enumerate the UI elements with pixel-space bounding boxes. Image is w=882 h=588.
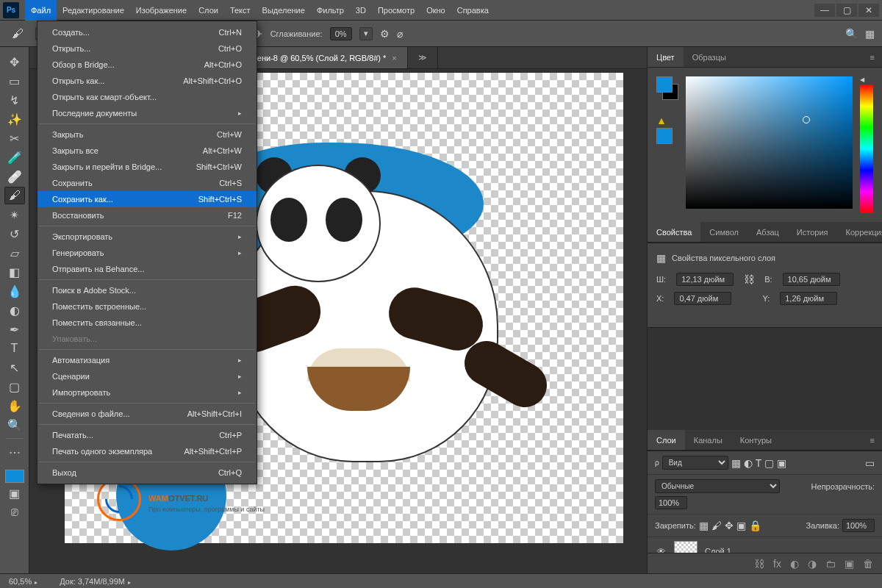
blur-tool-icon[interactable]: 💧	[4, 282, 25, 300]
smooth-settings-icon[interactable]: ⚙	[380, 28, 390, 40]
filter-shape-icon[interactable]: ▢	[764, 457, 774, 469]
doc-readout[interactable]: Док: 3,74M/8,99M	[60, 577, 131, 586]
width-input[interactable]: 12,13 дюйм	[676, 273, 734, 286]
file-menu-item[interactable]: Поместить встроенные...	[37, 298, 257, 315]
lasso-tool-icon[interactable]: ↯	[4, 91, 25, 109]
panel-menu-icon[interactable]: ≡	[863, 430, 882, 450]
brush-tool-icon[interactable]: 🖌	[4, 187, 25, 204]
file-menu-item[interactable]: Сценарии	[37, 368, 257, 384]
file-menu-item[interactable]: Печатать...Ctrl+P	[37, 427, 257, 443]
filter-toggle-icon[interactable]: ▭	[865, 457, 875, 469]
menu-файл[interactable]: Файл	[25, 0, 57, 21]
file-menu-item[interactable]: Открыть как смарт-объект...	[37, 89, 257, 105]
menu-справка[interactable]: Справка	[451, 0, 495, 21]
color-tab[interactable]: Цвет	[648, 47, 684, 67]
marquee-tool-icon[interactable]: ▭	[4, 72, 25, 90]
smooth-field[interactable]: 0%	[330, 27, 352, 40]
layers-tab[interactable]: Каналы	[685, 430, 731, 450]
properties-tab[interactable]: История	[788, 222, 837, 242]
stamp-tool-icon[interactable]: ✴	[4, 206, 25, 223]
new-layer-icon[interactable]: ▣	[845, 558, 854, 570]
file-menu-item[interactable]: Закрыть и перейти в Bridge...Shift+Ctrl+…	[37, 159, 257, 175]
file-menu-item[interactable]: Сохранить как...Shift+Ctrl+S	[37, 191, 257, 207]
screenmode-icon[interactable]: ⎚	[4, 503, 25, 521]
panel-menu-icon[interactable]: ≡	[863, 47, 882, 67]
file-menu-item[interactable]: Закрыть всеAlt+Ctrl+W	[37, 143, 257, 159]
file-menu-item[interactable]: Печать одного экземпляраAlt+Shift+Ctrl+P	[37, 443, 257, 459]
file-menu-item[interactable]: Последние документы	[37, 105, 257, 121]
layers-tab[interactable]: Контуры	[731, 430, 781, 450]
file-menu-item[interactable]: СохранитьCtrl+S	[37, 175, 257, 191]
layer-visibility-icon[interactable]: 👁	[655, 547, 667, 553]
foreground-swatch[interactable]	[5, 470, 24, 483]
search-icon[interactable]: 🔍	[845, 28, 858, 40]
patch-tool-icon[interactable]: 🩹	[4, 168, 25, 185]
color-swatches[interactable]: ▲	[656, 76, 678, 213]
smooth-arrow[interactable]: ▾	[359, 27, 373, 40]
filter-type-icon[interactable]: T	[756, 457, 762, 469]
y-input[interactable]: 1,26 дюйм	[780, 292, 837, 305]
layer-thumbnail[interactable]	[674, 541, 698, 553]
layer-fill-input[interactable]: 100%	[842, 519, 875, 532]
delete-layer-icon[interactable]: 🗑	[863, 558, 873, 570]
menu-фильтр[interactable]: Фильтр	[311, 0, 350, 21]
menu-просмотр[interactable]: Просмотр	[372, 0, 420, 21]
gradient-tool-icon[interactable]: ◧	[4, 263, 25, 281]
lock-transparent-icon[interactable]: ▦	[699, 520, 709, 531]
text-tool-icon[interactable]: T	[4, 340, 25, 357]
lock-all-icon[interactable]: 🔒	[749, 520, 761, 531]
filter-smart-icon[interactable]: ▣	[777, 457, 786, 469]
layers-tab[interactable]: Слои	[648, 430, 685, 450]
edit-toolbar-icon[interactable]: ⋯	[4, 443, 25, 461]
file-menu-item[interactable]: ЗакрытьCtrl+W	[37, 126, 257, 143]
quickmask-icon[interactable]: ▣	[4, 484, 25, 502]
layer-opacity-input[interactable]: 100%	[655, 496, 687, 509]
layer-row[interactable]: 👁Слой 1	[648, 537, 882, 553]
brush-preset-icon[interactable]: 🖌	[7, 25, 28, 43]
rectangle-tool-icon[interactable]: ▢	[4, 378, 25, 395]
lock-image-icon[interactable]: 🖌	[711, 520, 722, 531]
menu-выделение[interactable]: Выделение	[257, 0, 311, 21]
file-menu-item[interactable]: Открыть как...Alt+Shift+Ctrl+O	[37, 73, 257, 89]
pen-tool-icon[interactable]: ✒	[4, 320, 25, 338]
foreground-color[interactable]	[656, 76, 673, 93]
blend-mode-select[interactable]: Обычные	[655, 479, 780, 493]
hue-slider[interactable]	[860, 85, 873, 213]
window-close-button[interactable]: ✕	[858, 4, 879, 17]
properties-tab[interactable]: Свойства	[648, 222, 700, 242]
tab-overflow-icon[interactable]: ≫	[408, 47, 438, 68]
layer-mask-icon[interactable]: ◐	[790, 558, 799, 570]
file-menu-item[interactable]: Экспортировать	[37, 229, 257, 245]
history-brush-icon[interactable]: ↺	[4, 225, 25, 243]
menu-слои[interactable]: Слои	[193, 0, 224, 21]
menu-редактирование[interactable]: Редактирование	[57, 0, 130, 21]
file-menu-item[interactable]: Генерировать	[37, 245, 257, 261]
file-menu-item[interactable]: Обзор в Bridge...Alt+Ctrl+O	[37, 57, 257, 73]
link-wh-icon[interactable]: ⛓	[744, 273, 754, 285]
x-input[interactable]: 0,47 дюйм	[674, 292, 731, 305]
hand-tool-icon[interactable]: ✋	[4, 397, 25, 415]
file-menu-item[interactable]: Создать...Ctrl+N	[37, 24, 257, 40]
workspace-icon[interactable]: ▦	[865, 28, 875, 40]
eyedropper-tool-icon[interactable]: 🧪	[4, 148, 25, 166]
layer-style-icon[interactable]: fx	[773, 558, 781, 570]
lock-artboard-icon[interactable]: ▣	[736, 520, 746, 531]
properties-tab[interactable]: Коррекция	[837, 222, 882, 242]
filter-pixel-icon[interactable]: ▦	[731, 457, 741, 469]
move-tool-icon[interactable]: ✥	[4, 53, 25, 71]
warning-swatch[interactable]	[656, 128, 673, 144]
color-tab[interactable]: Образцы	[684, 47, 735, 67]
eraser-tool-icon[interactable]: ▱	[4, 244, 25, 262]
filter-adjust-icon[interactable]: ◐	[744, 457, 753, 469]
layer-filter-select[interactable]: Вид	[662, 456, 728, 470]
zoom-readout[interactable]: 60,5%	[9, 577, 37, 586]
file-menu-item[interactable]: Сведения о файле...Alt+Shift+Ctrl+I	[37, 406, 257, 422]
link-layers-icon[interactable]: ⛓	[754, 558, 764, 570]
crop-tool-icon[interactable]: ✂	[4, 129, 25, 147]
color-field[interactable]	[686, 76, 853, 209]
menu-изображение[interactable]: Изображение	[130, 0, 193, 21]
file-menu-item[interactable]: ВосстановитьF12	[37, 207, 257, 223]
menu-окно[interactable]: Окно	[420, 0, 451, 21]
zoom-tool-icon[interactable]: 🔍	[4, 416, 25, 434]
file-menu-item[interactable]: Поместить связанные...	[37, 315, 257, 331]
